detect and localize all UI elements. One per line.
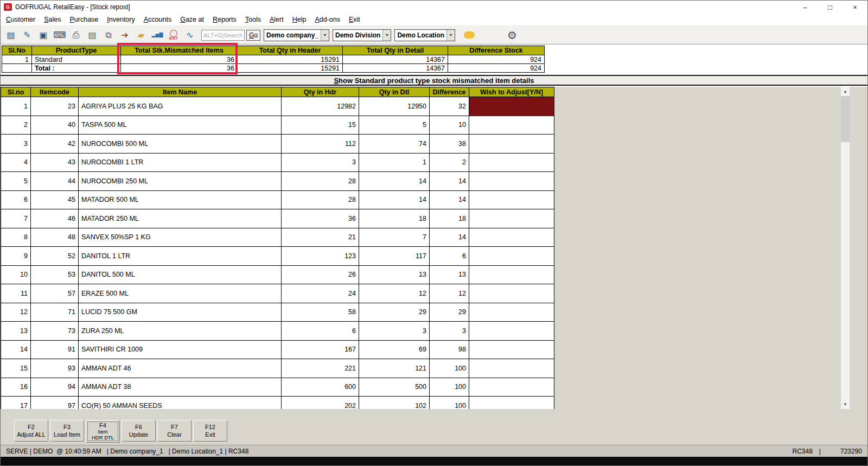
scroll-down-icon[interactable]: ▼ [841, 400, 850, 409]
division-dropdown[interactable]: Demo Division ▼ [333, 29, 391, 41]
menu-item-exit[interactable]: Exit [344, 15, 365, 24]
difference-cell: 2 [430, 153, 469, 172]
qtydtl-cell: 14 [359, 172, 430, 191]
chevron-down-icon[interactable]: ▼ [321, 30, 329, 41]
printer-icon[interactable]: ⎙ [68, 27, 84, 43]
summary-mismatched-cell: 36 [121, 55, 238, 64]
menu-item-tools[interactable]: Tools [241, 15, 265, 24]
register-icon[interactable]: ▤ [3, 27, 19, 43]
qtydtl-cell: 1 [359, 153, 430, 172]
wish-cell[interactable] [469, 190, 554, 209]
wish-cell[interactable] [469, 172, 554, 191]
chevron-down-icon[interactable]: ▼ [446, 30, 455, 41]
summary-header-mismatched: Total Stk.Mismatched Items [121, 46, 238, 55]
item-row: 1593AMMAN ADT 46221121100 [1, 359, 554, 378]
location-dropdown[interactable]: Demo Location ▼ [394, 29, 455, 41]
itemname-cell: SAVITHIRI CR 1009 [79, 340, 282, 359]
close-button[interactable]: × [843, 1, 867, 14]
summary-total-empty-cell [2, 64, 32, 73]
menu-item-gaze-at[interactable]: Gaze at [176, 15, 208, 24]
scrollbar-thumb[interactable] [841, 96, 850, 142]
go-button[interactable]: Go [246, 30, 260, 41]
monitor-icon[interactable]: ▣ [35, 27, 52, 43]
menu-item-sales[interactable]: Sales [40, 15, 65, 24]
summary-qty-detail-cell: 14367 [343, 55, 448, 64]
fkey-f6-button[interactable]: F6Update [122, 420, 156, 442]
title-bar: G GOFRUGAL RetailEasy - [Stock repost] –… [1, 1, 867, 14]
wish-cell[interactable] [469, 97, 554, 116]
qtyhdr-cell: 58 [282, 303, 359, 322]
document-icon[interactable]: ▤ [84, 27, 100, 43]
wish-cell[interactable] [469, 228, 554, 247]
wish-cell[interactable] [469, 359, 554, 378]
difference-cell: 14 [430, 172, 469, 191]
summary-table: Sl.No ProductType Total Stk.Mismatched I… [2, 46, 545, 73]
status-left-text: SERVE | DEMO @ 10:40:59 AM | Demo compan… [6, 448, 248, 455]
fkey-f4-button[interactable]: F4ItemHDR DTL [86, 420, 120, 443]
qtydtl-cell: 117 [359, 247, 430, 266]
summary-header-difference: Difference Stock [448, 46, 545, 55]
fkey-f2-button[interactable]: F2Adjust ALL [14, 420, 48, 442]
qtyhdr-cell: 167 [282, 340, 359, 359]
app-logo-icon: G [4, 3, 12, 11]
slno-cell: 2 [1, 116, 31, 135]
user-exit-icon[interactable]: ➜ [117, 27, 133, 43]
menu-item-purchase[interactable]: Purchase [65, 15, 103, 24]
menu-item-inventory[interactable]: Inventory [103, 15, 139, 24]
itemname-cell: AMMAN ADT 38 [79, 378, 282, 397]
wish-cell[interactable] [469, 153, 554, 172]
scroll-up-icon[interactable]: ▲ [841, 87, 850, 96]
fkey-f7-button[interactable]: F7Clear [157, 420, 192, 442]
qtydtl-cell: 12 [359, 284, 430, 303]
line-graph-icon[interactable]: ∿ [182, 27, 198, 43]
menu-item-help[interactable]: Help [288, 15, 311, 24]
wish-cell[interactable] [469, 116, 554, 135]
wish-cell[interactable] [469, 135, 554, 154]
qtyhdr-cell: 3 [282, 153, 359, 172]
chat-bubbles-icon[interactable] [464, 31, 475, 39]
wish-cell[interactable] [469, 209, 554, 228]
copy-icon[interactable]: ⧉ [100, 27, 117, 43]
qtydtl-cell: 102 [359, 397, 430, 410]
menu-item-accounts[interactable]: Accounts [139, 15, 176, 24]
difference-cell: 38 [430, 135, 469, 154]
summary-total-row: Total : 36 15291 14367 924 [2, 64, 545, 73]
qtydtl-cell: 74 [359, 135, 430, 154]
summary-row: 1 Standard 36 15291 14367 924 [2, 55, 545, 64]
search-input[interactable] [201, 30, 245, 41]
minimize-button[interactable]: – [793, 1, 818, 14]
item-row: 443NUROCOMBI 1 LTR312 [1, 153, 554, 172]
fkey-f3-button[interactable]: F3Load Item [50, 420, 84, 442]
wish-cell[interactable] [469, 322, 554, 341]
wish-cell[interactable] [469, 247, 554, 266]
keyboard-icon[interactable]: ⌨ [52, 27, 68, 43]
power-exit-icon[interactable]: ◯EXIT [165, 27, 182, 43]
item-row: 1797CO(R) 50 AMMAN SEEDS202102100 [1, 397, 554, 410]
chevron-down-icon[interactable]: ▼ [382, 30, 391, 41]
summary-total-qty-detail: 14367 [343, 64, 448, 73]
wish-cell[interactable] [469, 303, 554, 322]
wish-cell[interactable] [469, 265, 554, 284]
vertical-scrollbar[interactable]: ▲ ▼ [840, 87, 850, 409]
qtyhdr-cell: 24 [282, 284, 359, 303]
qtyhdr-cell: 221 [282, 359, 359, 378]
itemname-cell: LUCID 75 500 GM [79, 303, 282, 322]
qtydtl-cell: 14 [359, 190, 430, 209]
wish-cell[interactable] [469, 378, 554, 397]
items-header-itemname: Item Name [79, 87, 282, 97]
wish-cell[interactable] [469, 340, 554, 359]
maximize-button[interactable]: □ [818, 1, 843, 14]
wish-cell[interactable] [469, 284, 554, 303]
folder-icon[interactable]: ▰ [133, 27, 149, 43]
wish-cell[interactable] [469, 397, 554, 410]
bar-chart-icon[interactable]: ▂▅▇ [149, 27, 165, 43]
menu-item-reports[interactable]: Reports [208, 15, 241, 24]
gear-icon[interactable]: ⚙ [507, 29, 517, 42]
save-edit-icon[interactable]: ✎ [19, 27, 35, 43]
function-keys: F2Adjust ALLF3Load ItemF4ItemHDR DTLF6Up… [14, 420, 227, 443]
fkey-f12-button[interactable]: F12Exit [193, 420, 227, 442]
menu-item-customer[interactable]: Customer [2, 15, 40, 24]
menu-item-alert[interactable]: Alert [265, 15, 288, 24]
menu-item-add-ons[interactable]: Add-ons [310, 15, 344, 24]
company-dropdown[interactable]: Demo company_ ▼ [264, 29, 329, 41]
